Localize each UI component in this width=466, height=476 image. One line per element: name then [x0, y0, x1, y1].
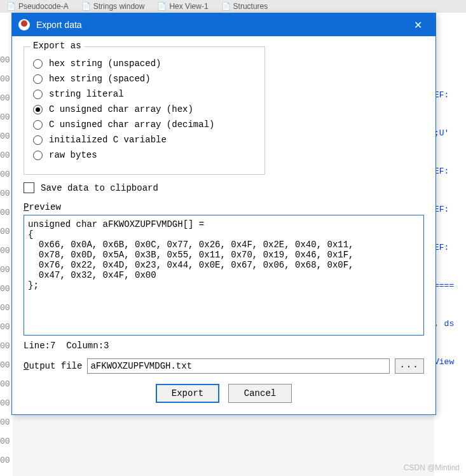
background-left-gutter: 0000000000000000000000000000000000000000…: [0, 13, 13, 476]
clipboard-checkbox-row[interactable]: Save data to clipboard: [24, 182, 424, 193]
radio-icon[interactable]: [33, 151, 43, 160]
export-format-radio[interactable]: initialized C variable: [33, 135, 256, 145]
background-tabs: 📄Pseudocode-A 📄Strings window 📄Hex View-…: [0, 0, 466, 13]
export-button[interactable]: Export: [156, 384, 219, 403]
browse-button[interactable]: ...: [395, 358, 424, 374]
group-legend: Export as: [31, 41, 84, 51]
clipboard-checkbox[interactable]: [24, 182, 34, 193]
radio-label: C unsigned char array (hex): [49, 104, 193, 114]
clipboard-label: Save data to clipboard: [41, 183, 158, 193]
bg-tab: 📄Pseudocode-A: [6, 2, 69, 11]
status-line: Line:7 Column:3: [24, 341, 424, 351]
radio-icon[interactable]: [33, 105, 43, 114]
radio-label: C unsigned char array (decimal): [49, 119, 214, 130]
bg-tab: 📄Structures: [221, 2, 268, 11]
export-as-group: Export as hex string (unspaced)hex strin…: [24, 46, 265, 175]
radio-label: raw bytes: [49, 150, 97, 160]
bg-tab: 📄Hex View-1: [157, 2, 208, 11]
export-format-radio[interactable]: string literal: [33, 89, 256, 99]
radio-label: initialized C variable: [49, 135, 167, 145]
export-format-radio[interactable]: hex string (unspaced): [33, 58, 256, 69]
preview-textarea[interactable]: unsigned char aFKWOXZUPFVMDGH[] = { 0x66…: [24, 215, 424, 336]
cancel-button[interactable]: Cancel: [228, 384, 292, 403]
export-format-radio[interactable]: C unsigned char array (hex): [33, 104, 256, 114]
titlebar[interactable]: Export data ✕: [12, 13, 435, 36]
dialog-title: Export data: [36, 20, 406, 30]
radio-label: string literal: [49, 89, 124, 99]
radio-icon[interactable]: [33, 74, 43, 84]
output-file-input[interactable]: [87, 358, 390, 374]
radio-icon[interactable]: [33, 135, 43, 145]
export-dialog: Export data ✕ Export as hex string (unsp…: [11, 13, 436, 415]
radio-icon[interactable]: [33, 90, 43, 99]
radio-label: hex string (spaced): [49, 74, 151, 84]
radio-icon[interactable]: [33, 59, 43, 69]
background-right-gutter: EF:;U'EF:EF:EF:====, dsView: [434, 13, 466, 476]
watermark: CSDN @Mintind: [404, 463, 460, 472]
radio-label: hex string (unspaced): [49, 58, 161, 69]
output-file-label: Output file: [24, 361, 82, 371]
app-icon: [18, 19, 30, 31]
export-format-radio[interactable]: C unsigned char array (decimal): [33, 119, 256, 130]
export-format-radio[interactable]: hex string (spaced): [33, 74, 256, 84]
export-format-radio[interactable]: raw bytes: [33, 150, 256, 160]
close-icon[interactable]: ✕: [406, 19, 429, 31]
preview-label: Preview: [24, 202, 424, 212]
radio-icon[interactable]: [33, 120, 43, 130]
bg-tab: 📄Strings window: [81, 2, 145, 11]
